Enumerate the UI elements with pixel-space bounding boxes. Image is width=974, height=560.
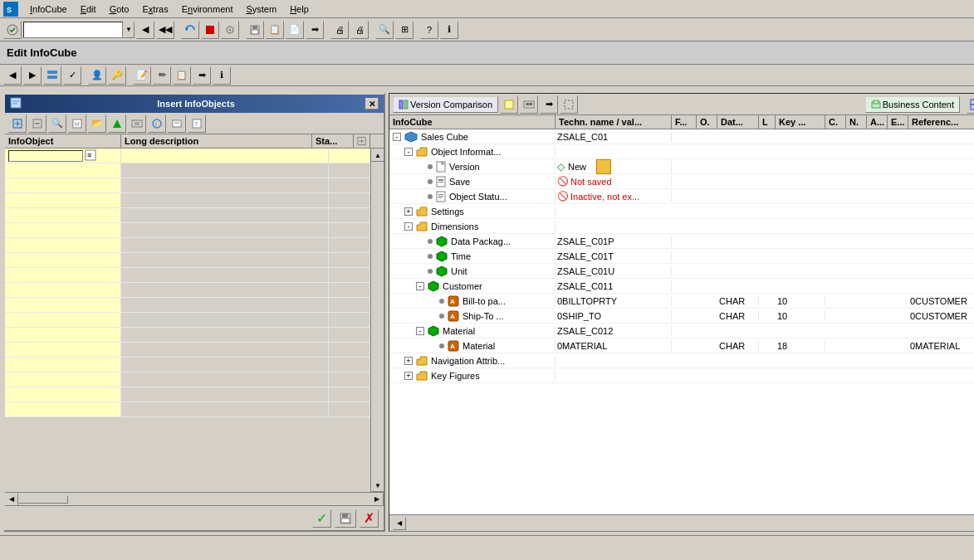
tb2-check-btn[interactable]: ✓ xyxy=(63,66,81,85)
right-hscroll-track[interactable] xyxy=(408,519,974,528)
dialog-tb-btn6[interactable] xyxy=(108,114,126,133)
tb2-copy-btn[interactable]: 📋 xyxy=(173,66,191,85)
dialog-scroll-down-btn[interactable]: ▼ xyxy=(371,479,384,492)
tree-row-nav-attrib[interactable]: + Navigation Attrib... xyxy=(389,353,974,368)
tb-forward-btn[interactable]: ◀◀ xyxy=(156,21,174,39)
tb2-user-btn[interactable]: 👤 xyxy=(88,66,106,85)
dialog-ok-btn[interactable]: ✓ xyxy=(312,509,331,528)
menu-system[interactable]: System xyxy=(239,2,283,16)
dialog-tb-btn10[interactable]: ? xyxy=(188,114,206,133)
tree-row-key-figures[interactable]: + Key Figures xyxy=(389,368,974,383)
tree-row-sales-cube[interactable]: - Sales Cube ZSALE_C01 xyxy=(389,129,974,144)
tb2-tree-btn[interactable] xyxy=(43,66,61,85)
tb2-edit-btn[interactable]: ✏ xyxy=(153,66,171,85)
tree-row-object-status[interactable]: Object Statu... 🚫 Inactive, not ex... xyxy=(389,189,974,204)
menu-infocube[interactable]: InfoCube xyxy=(23,2,74,16)
tb-stop-btn[interactable] xyxy=(201,21,219,39)
tb-filter-btn[interactable]: ⊞ xyxy=(395,21,414,39)
right-hscroll-left-btn[interactable]: ◀ xyxy=(393,517,406,530)
tb-info-btn[interactable]: ℹ xyxy=(440,21,458,39)
version-comparison-btn[interactable]: Version Comparison xyxy=(393,96,498,113)
dialog-scroll-track[interactable] xyxy=(371,162,384,479)
toolbar-combo-dropdown[interactable]: ▼ xyxy=(123,22,135,38)
right-tb-btn5[interactable] xyxy=(967,95,974,114)
business-content-btn[interactable]: Business Content xyxy=(865,96,960,113)
dialog-tb-btn9[interactable] xyxy=(168,114,186,133)
dialog-tb-btn1[interactable] xyxy=(8,114,27,133)
menu-help[interactable]: Help xyxy=(283,2,316,16)
dialog-tb-btn8[interactable]: i xyxy=(148,114,166,133)
tree-row-save[interactable]: Save 🚫 Not saved xyxy=(389,174,974,189)
tree-row-dimensions[interactable]: - Dimensions xyxy=(389,219,974,234)
tb2-info-btn[interactable]: ℹ xyxy=(213,66,231,85)
dialog-row-1[interactable]: ≡ xyxy=(5,149,370,163)
tree-row-customer[interactable]: - Customer ZSALE_C011 xyxy=(389,279,974,294)
svg-rect-4 xyxy=(206,26,214,34)
right-tb-btn2[interactable]: ≡≡ xyxy=(520,95,538,114)
svg-rect-8 xyxy=(252,26,257,29)
tb2-key-btn[interactable]: 🔑 xyxy=(108,66,126,85)
right-tb-btn3[interactable]: ➡ xyxy=(540,95,558,114)
dialog-save-btn[interactable] xyxy=(335,509,356,528)
dialog-scroll-up-btn[interactable]: ▲ xyxy=(371,149,384,162)
right-tb-btn4[interactable] xyxy=(560,95,578,114)
infoobj-input[interactable] xyxy=(8,150,83,162)
dialog-row-9 xyxy=(5,268,370,283)
tree-row-material-dim[interactable]: - Material ZSALE_C012 xyxy=(389,324,974,338)
tb-checkmark-btn[interactable] xyxy=(3,21,22,39)
tree-row-unit-dim[interactable]: Unit ZSALE_C01U xyxy=(389,264,974,279)
tb-back-btn[interactable]: ◀ xyxy=(136,21,154,39)
dialog-tb-btn7[interactable] xyxy=(128,114,146,133)
expand-obj-info[interactable]: - xyxy=(404,148,413,156)
dialog-toolbar: 🔍 M 📂 i ? xyxy=(5,113,384,134)
expand-dimensions[interactable]: - xyxy=(404,222,413,231)
dialog-hscroll-left-btn[interactable]: ◀ xyxy=(5,493,18,506)
tb-copy-btn[interactable]: 📋 xyxy=(266,21,284,39)
dialog-row-8 xyxy=(5,253,370,268)
dialog-hscroll-right-btn[interactable]: ▶ xyxy=(370,493,384,506)
dialog-tb-btn3[interactable]: 🔍 xyxy=(48,114,66,133)
dialog-tb-btn2[interactable] xyxy=(28,114,46,133)
dialog-cancel-btn[interactable]: ✗ xyxy=(360,509,379,528)
tree-row-settings[interactable]: + Settings xyxy=(389,204,974,219)
tree-row-version[interactable]: Version ◇ New xyxy=(389,159,974,174)
tb-settings-btn[interactable] xyxy=(221,21,239,39)
menu-edit[interactable]: Edit xyxy=(74,2,103,16)
tb-refresh-btn[interactable] xyxy=(181,21,199,39)
tb2-fwd-btn[interactable]: ▶ xyxy=(23,66,42,85)
tb-print2-btn[interactable]: 🖨 xyxy=(350,21,369,39)
dialog-hscroll-track[interactable] xyxy=(18,493,370,506)
expand-sales-cube[interactable]: - xyxy=(393,133,401,141)
dialog-tb-btn4[interactable]: M xyxy=(68,114,86,133)
menu-extras[interactable]: Extras xyxy=(135,2,174,16)
tree-row-billtoparty[interactable]: A Bill-to pa... 0BILLTOPRTY CHAR 10 0CUS… xyxy=(389,294,974,309)
tb2-arrow-right-btn[interactable]: ➡ xyxy=(193,66,211,85)
tree-row-shipto[interactable]: A Ship-To ... 0SHIP_TO CHAR 10 0CUSTOMER xyxy=(389,309,974,324)
tb2-back-btn[interactable]: ◀ xyxy=(3,66,22,85)
dialog-cell-infoobj-1[interactable]: ≡ xyxy=(5,149,121,163)
tb-arrow-btn[interactable]: ➡ xyxy=(306,21,324,39)
expand-customer[interactable]: - xyxy=(416,282,424,290)
tb-find-btn[interactable]: 🔍 xyxy=(375,21,394,39)
tb-print-btn[interactable]: 🖨 xyxy=(330,21,349,39)
tb2-new-btn[interactable]: 📝 xyxy=(133,66,151,85)
tree-row-data-package[interactable]: Data Packag... ZSALE_C01P xyxy=(389,234,974,249)
tree-cell-navattrib-label: + Navigation Attrib... xyxy=(389,356,556,366)
expand-material-dim[interactable]: - xyxy=(416,327,424,335)
menu-environment[interactable]: Environment xyxy=(175,2,240,16)
dialog-close-btn[interactable]: ✕ xyxy=(365,98,379,110)
tb-paste-btn[interactable]: 📄 xyxy=(286,21,304,39)
tree-row-material-char[interactable]: A Material 0MATERIAL CHAR 18 0MATERIAL xyxy=(389,338,974,353)
expand-key-figures[interactable]: + xyxy=(404,372,413,380)
menu-goto[interactable]: Goto xyxy=(103,2,136,16)
expand-settings[interactable]: + xyxy=(404,207,413,216)
tree-row-object-info[interactable]: - Object Informat... xyxy=(389,144,974,159)
tree-row-time[interactable]: Time ZSALE_C01T xyxy=(389,249,974,264)
toolbar-combo-input[interactable] xyxy=(23,22,123,38)
tb-help-btn[interactable]: ? xyxy=(420,21,438,39)
right-tb-btn1[interactable] xyxy=(500,95,518,114)
tb-save-btn[interactable] xyxy=(246,21,264,39)
expand-nav-attrib[interactable]: + xyxy=(404,357,413,365)
dialog-tb-btn5[interactable]: 📂 xyxy=(88,114,106,133)
save-bullet xyxy=(428,179,433,184)
